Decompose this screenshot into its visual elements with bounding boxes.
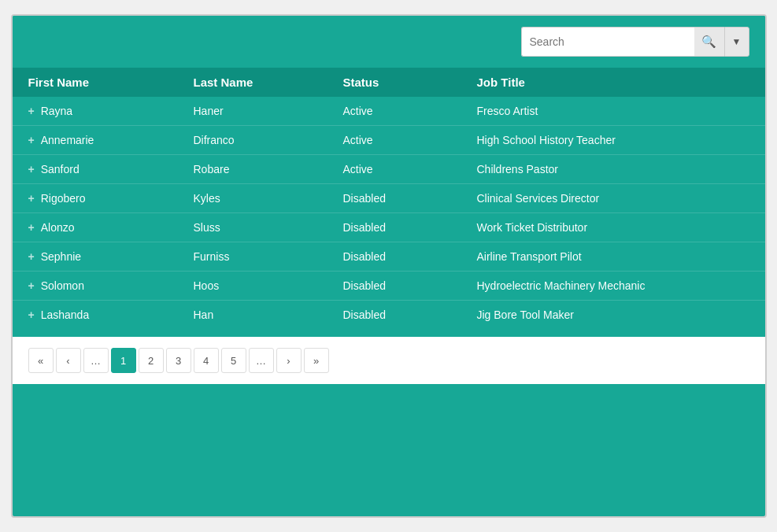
- main-container: 🔍 ▼ First Name Last Name Status Job Titl…: [11, 14, 767, 518]
- table-row[interactable]: + Sanford Robare Active Childrens Pastor: [13, 155, 765, 184]
- cell-job-title: Hydroelectric Machinery Mechanic: [477, 279, 749, 292]
- chevron-down-icon: ▼: [732, 36, 742, 47]
- header-first-name: First Name: [28, 76, 194, 89]
- cell-first-name: + Annemarie: [28, 134, 194, 146]
- cell-job-title: Airline Transport Pilot: [477, 250, 749, 263]
- add-icon: +: [28, 308, 35, 321]
- cell-last-name: Sluss: [194, 221, 343, 234]
- page-ellipsis-1[interactable]: …: [83, 348, 109, 373]
- top-bar: 🔍 ▼: [13, 16, 765, 68]
- add-icon: +: [28, 250, 35, 263]
- add-icon: +: [28, 221, 35, 234]
- dropdown-button[interactable]: ▼: [724, 27, 749, 57]
- page-number-button[interactable]: 4: [194, 348, 219, 373]
- page-number-button[interactable]: 2: [139, 348, 164, 373]
- cell-last-name: Han: [194, 308, 343, 321]
- table-body: + Rayna Haner Active Fresco Artist + Ann…: [13, 97, 765, 329]
- cell-job-title: Clinical Services Director: [477, 192, 749, 205]
- cell-first-name: + Alonzo: [28, 221, 194, 234]
- cell-job-title: Childrens Pastor: [477, 163, 749, 175]
- table-row[interactable]: + Rayna Haner Active Fresco Artist: [13, 97, 765, 126]
- table-row[interactable]: + Solomon Hoos Disabled Hydroelectric Ma…: [13, 272, 765, 301]
- cell-job-title: Fresco Artist: [477, 105, 749, 117]
- cell-first-name: + Rigobero: [28, 192, 194, 205]
- cell-status: Disabled: [343, 221, 477, 234]
- cell-last-name: Kyles: [194, 192, 343, 205]
- page-number-button[interactable]: 3: [166, 348, 191, 373]
- header-status: Status: [343, 76, 477, 89]
- cell-last-name: Hoos: [194, 279, 343, 292]
- page-prev-button[interactable]: ‹: [56, 348, 81, 373]
- cell-status: Disabled: [343, 279, 477, 292]
- cell-status: Active: [343, 163, 477, 175]
- table-row[interactable]: + Annemarie Difranco Active High School …: [13, 126, 765, 155]
- search-input[interactable]: [521, 27, 694, 57]
- search-wrapper: 🔍 ▼: [521, 27, 749, 57]
- add-icon: +: [28, 279, 35, 292]
- search-icon: 🔍: [701, 35, 716, 49]
- add-icon: +: [28, 163, 35, 175]
- table-row[interactable]: + Sephnie Furniss Disabled Airline Trans…: [13, 242, 765, 272]
- cell-status: Disabled: [343, 250, 477, 263]
- page-number-button[interactable]: 1: [111, 348, 136, 373]
- page-number-button[interactable]: 5: [221, 348, 246, 373]
- cell-job-title: Work Ticket Distributor: [477, 221, 749, 234]
- page-first-button[interactable]: «: [28, 348, 54, 373]
- cell-status: Disabled: [343, 308, 477, 321]
- page-ellipsis-2[interactable]: …: [249, 348, 274, 373]
- cell-job-title: Jig Bore Tool Maker: [477, 308, 749, 321]
- cell-last-name: Difranco: [194, 134, 343, 146]
- cell-first-name: + Sanford: [28, 163, 194, 175]
- table-row[interactable]: + Lashanda Han Disabled Jig Bore Tool Ma…: [13, 301, 765, 329]
- search-button[interactable]: 🔍: [694, 27, 724, 57]
- cell-last-name: Robare: [194, 163, 343, 175]
- cell-first-name: + Solomon: [28, 279, 194, 292]
- pagination: «‹…12345…›»: [13, 337, 765, 384]
- table-row[interactable]: + Alonzo Sluss Disabled Work Ticket Dist…: [13, 213, 765, 242]
- add-icon: +: [28, 192, 35, 205]
- cell-last-name: Haner: [194, 105, 343, 117]
- cell-status: Active: [343, 134, 477, 146]
- table-header: First Name Last Name Status Job Title: [13, 68, 765, 97]
- cell-first-name: + Rayna: [28, 105, 194, 117]
- cell-status: Active: [343, 105, 477, 117]
- add-icon: +: [28, 134, 35, 146]
- header-last-name: Last Name: [194, 76, 343, 89]
- page-last-button[interactable]: »: [304, 348, 329, 373]
- header-job-title: Job Title: [477, 76, 749, 89]
- cell-first-name: + Sephnie: [28, 250, 194, 263]
- cell-first-name: + Lashanda: [28, 308, 194, 321]
- page-next-button[interactable]: ›: [276, 348, 302, 373]
- add-icon: +: [28, 105, 35, 117]
- cell-last-name: Furniss: [194, 250, 343, 263]
- cell-status: Disabled: [343, 192, 477, 205]
- table-row[interactable]: + Rigobero Kyles Disabled Clinical Servi…: [13, 184, 765, 213]
- cell-job-title: High School History Teacher: [477, 134, 749, 146]
